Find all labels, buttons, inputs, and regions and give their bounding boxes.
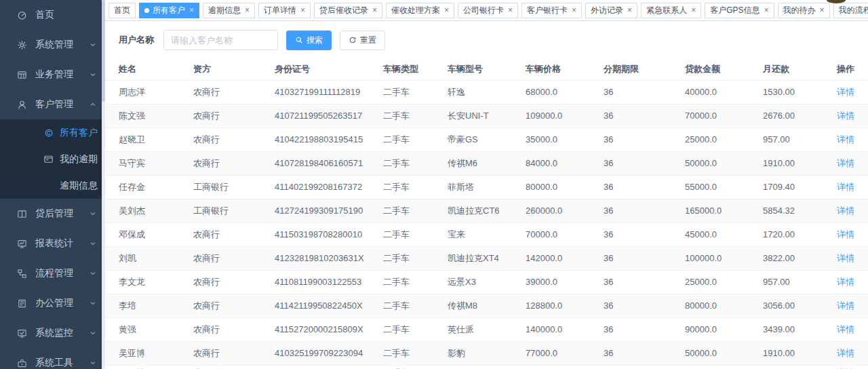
reset-button[interactable]: 重置 <box>340 31 385 50</box>
table-cell: 传祺M8 <box>448 294 526 317</box>
tab-item[interactable]: 外访记录× <box>585 3 637 18</box>
table-cell: 70000.0 <box>526 222 604 246</box>
close-icon[interactable]: × <box>572 6 576 14</box>
detail-link[interactable]: 详情 <box>837 348 854 358</box>
close-icon[interactable]: × <box>508 6 513 14</box>
table-row: 刘凯农商行41232819810203631X二手车凯迪拉克XT4142000.… <box>105 246 868 270</box>
detail-link[interactable]: 详情 <box>837 300 854 311</box>
tab-item[interactable]: 客户银行卡× <box>521 3 582 18</box>
table-cell: 412724199309175190 <box>275 199 383 222</box>
table-cell: 50000.0 <box>685 341 763 365</box>
table-cell: 1709.40 <box>763 175 831 199</box>
detail-link[interactable]: 详情 <box>837 111 854 121</box>
search-form: 用户名称 搜索 重置 <box>105 21 868 59</box>
sidebar-item-label: 客户管理 <box>35 98 73 111</box>
customers-table: 姓名资方身份证号车辆类型车辆型号车辆价格分期期限贷款金额月还款操作 周志洋农商行… <box>105 59 868 369</box>
table-cell: 35000.0 <box>526 128 604 151</box>
close-icon[interactable]: × <box>627 6 632 14</box>
close-icon[interactable]: × <box>300 6 305 14</box>
refresh-icon <box>349 36 357 44</box>
table-cell-actions: 详情 <box>831 365 868 369</box>
tab-item[interactable]: 所有客户× <box>139 3 199 18</box>
sidebar-scrollbar[interactable] <box>102 0 105 369</box>
tab-item[interactable]: 我的待办× <box>778 3 830 18</box>
table-cell: 陈文强 <box>105 104 193 128</box>
document-icon <box>16 298 27 309</box>
sidebar-item-business[interactable]: 业务管理 <box>0 60 105 90</box>
table-cell: 1910.00 <box>763 341 831 365</box>
detail-link[interactable]: 详情 <box>837 158 854 168</box>
close-icon[interactable]: × <box>245 6 250 14</box>
table-cell: 农商行 <box>193 128 275 151</box>
detail-link[interactable]: 详情 <box>837 253 854 263</box>
sidebar-submenu: 所有客户我的逾期逾期信息 <box>0 119 105 199</box>
table-row: 李文龙农商行411081199003122553二手车远景X339000.036… <box>105 270 868 294</box>
table-cell: 3056.00 <box>763 294 831 317</box>
table-row: 赵晓卫农商行410422198803195415二手车帝豪GS35000.036… <box>105 128 868 151</box>
detail-link[interactable]: 详情 <box>837 206 854 216</box>
sidebar-subitem-my-overdue[interactable]: 我的逾期 <box>0 146 105 172</box>
sidebar-subitem-overdue-info[interactable]: 逾期信息 <box>0 172 105 199</box>
table-row: 邓保成农商行411503198708280010二手车宝来70000.03645… <box>105 222 868 246</box>
grid-icon <box>16 69 27 80</box>
sidebar-item-tools[interactable]: 系统工具 <box>0 348 105 369</box>
sidebar-item-system[interactable]: 系统管理 <box>0 30 105 60</box>
detail-link[interactable]: 详情 <box>837 134 854 144</box>
sidebar-item-report[interactable]: 报表统计 <box>0 229 105 258</box>
sidebar-item-monitor[interactable]: 系统监控 <box>0 318 105 348</box>
sidebar-item-label: 业务管理 <box>35 69 73 81</box>
table-cell: 影豹 <box>448 341 526 365</box>
detail-link[interactable]: 详情 <box>837 182 854 192</box>
close-icon[interactable]: × <box>444 6 449 14</box>
chevron-down-icon <box>89 269 97 277</box>
column-header: 月还款 <box>763 59 831 80</box>
sidebar-item-label: 流程管理 <box>35 267 73 279</box>
tab-item[interactable]: 公司银行卡× <box>458 3 518 18</box>
sidebar-subitem-all-customers[interactable]: 所有客户 <box>0 119 105 146</box>
table-cell: 411081199003122553 <box>275 270 383 294</box>
tab-item[interactable]: 逾期信息× <box>203 3 255 18</box>
tab-item[interactable]: 客户GPS信息× <box>705 3 774 18</box>
card-icon <box>43 154 54 164</box>
sidebar-item-process[interactable]: 流程管理 <box>0 258 105 288</box>
sidebar-item-office[interactable]: 办公管理 <box>0 288 105 318</box>
close-icon[interactable]: × <box>372 6 377 14</box>
table-cell: 长安UNI-T <box>448 104 526 128</box>
table-cell: 410325199709223094 <box>275 341 383 365</box>
tab-item[interactable]: 我的流程× <box>833 3 868 18</box>
tab-label: 贷后催收记录 <box>319 5 368 16</box>
sidebar-item-customer[interactable]: 客户管理 <box>0 90 105 119</box>
detail-link[interactable]: 详情 <box>837 277 854 287</box>
column-header: 分期期限 <box>604 59 685 80</box>
sidebar-item-loan-after[interactable]: 贷后管理 <box>0 199 105 229</box>
table-cell-actions: 详情 <box>831 128 868 151</box>
table-cell: 周志洋 <box>105 80 193 104</box>
table-cell: 41152720000215809X <box>275 317 383 341</box>
close-icon[interactable]: × <box>691 6 696 14</box>
column-header: 姓名 <box>105 59 193 80</box>
tab-label: 紧急联系人 <box>646 5 687 16</box>
close-icon[interactable]: × <box>820 6 825 14</box>
table-cell: 天籁 <box>448 365 526 369</box>
tab-item[interactable]: 贷后催收记录× <box>314 3 382 18</box>
tab-item[interactable]: 催收处理方案× <box>386 3 454 18</box>
table-cell: 84000.0 <box>526 151 604 175</box>
table-cell: 1720.00 <box>763 222 831 246</box>
table-cell: 凯迪拉克CT6 <box>448 199 526 222</box>
tab-item[interactable]: 首页 <box>108 3 136 18</box>
detail-link[interactable]: 详情 <box>837 87 854 97</box>
column-header: 贷款金额 <box>685 59 763 80</box>
table-cell: 41142119950822450X <box>275 294 383 317</box>
search-button[interactable]: 搜索 <box>286 31 332 50</box>
search-input[interactable] <box>163 30 278 50</box>
sidebar-item-home[interactable]: 首页 <box>0 0 105 30</box>
table-cell: 25000.0 <box>685 128 763 151</box>
chevron-down-icon <box>89 40 97 48</box>
close-icon[interactable]: × <box>764 6 768 14</box>
scrollbar-thumb[interactable] <box>102 0 105 102</box>
detail-link[interactable]: 详情 <box>837 229 854 239</box>
detail-link[interactable]: 详情 <box>837 324 854 334</box>
tab-item[interactable]: 订单详情× <box>258 3 311 18</box>
close-icon[interactable]: × <box>189 6 194 14</box>
tab-item[interactable]: 紧急联系人× <box>641 3 701 18</box>
